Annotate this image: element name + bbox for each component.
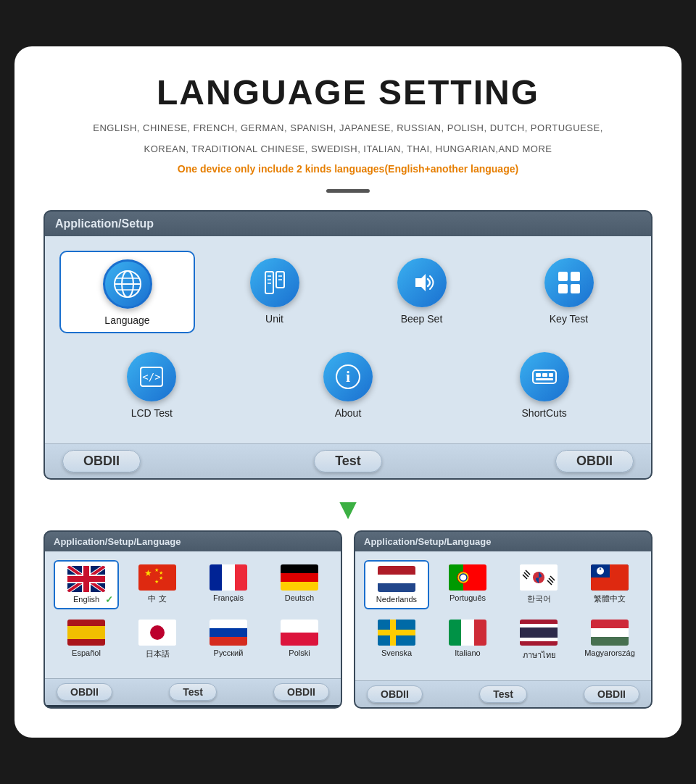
english-checkmark: ✓: [105, 594, 113, 605]
lang-polish[interactable]: Polski: [267, 615, 332, 664]
lang-chinese-name: 中 文: [148, 593, 166, 604]
shortcuts-icon-circle: [520, 352, 569, 401]
svg-rect-42: [222, 564, 235, 591]
svg-text:★: ★: [159, 570, 163, 575]
svg-rect-51: [210, 620, 247, 628]
icon-about[interactable]: i About: [256, 345, 441, 425]
icon-unit[interactable]: Unit: [207, 251, 342, 333]
flag-italian: [449, 620, 486, 646]
lang-panel-right: Application/Setup/Language Nederlands: [354, 530, 652, 709]
lang-trad-chinese-name: 繁體中文: [594, 593, 626, 604]
svg-text:★: ★: [159, 575, 163, 580]
lang-panel-right-header: Application/Setup/Language: [355, 532, 651, 551]
lang-english-name: English: [73, 595, 99, 604]
svg-text:</>: </>: [143, 371, 161, 383]
bottom-icons-grid: </> LCD Test i About: [59, 345, 637, 425]
svg-rect-85: [591, 620, 629, 628]
flag-chinese: ★ ★ ★ ★ ★: [138, 564, 176, 591]
notice-text: One device only include 2 kinds language…: [44, 163, 652, 175]
svg-rect-58: [378, 583, 415, 592]
main-screen-body: Language U: [45, 236, 651, 443]
lang-swedish[interactable]: Svenska: [364, 615, 429, 666]
footer-test-center: Test: [314, 450, 382, 472]
svg-rect-84: [520, 627, 558, 638]
icon-language-label: Language: [104, 314, 149, 326]
divider: [326, 189, 370, 193]
lang-italian[interactable]: Italiano: [435, 615, 500, 666]
icon-beep-label: Beep Set: [401, 313, 443, 325]
icon-beep[interactable]: Beep Set: [354, 251, 489, 333]
flag-korean: [520, 564, 558, 591]
icon-keytest[interactable]: Key Test: [501, 251, 637, 333]
svg-rect-86: [591, 628, 629, 637]
lang-portuguese[interactable]: Português: [435, 560, 500, 609]
icon-lcdtest[interactable]: </> LCD Test: [59, 345, 244, 425]
main-screen-header: Application/Setup: [45, 212, 651, 236]
flag-japanese: [138, 620, 176, 646]
lang-right-footer-obdii-right: OBDII: [584, 685, 639, 703]
icon-shortcuts[interactable]: ShortCuts: [452, 345, 637, 425]
lang-panels-row: Application/Setup/Language: [44, 530, 652, 709]
svg-rect-53: [210, 637, 247, 646]
lang-german[interactable]: Deutsch: [267, 560, 332, 609]
svg-rect-24: [549, 373, 553, 377]
svg-rect-14: [571, 272, 580, 281]
flag-german: [281, 564, 318, 591]
svg-rect-25: [536, 378, 553, 380]
lang-panel-right-body: Nederlands Português: [355, 551, 651, 680]
icon-language[interactable]: Language: [59, 251, 195, 333]
subtitle-line1: ENGLISH, CHINESE, FRENCH, GERMAN, SPANIS…: [44, 121, 652, 136]
lang-hungarian[interactable]: Magyarország: [577, 615, 642, 666]
lang-swedish-name: Svenska: [381, 649, 412, 657]
flag-spanish: [67, 620, 105, 646]
lang-panel-right-footer: OBDII Test OBDII: [355, 680, 651, 707]
svg-rect-23: [542, 373, 547, 377]
main-screen-footer: OBDII Test OBDII: [45, 443, 651, 478]
flag-trad-chinese: [591, 564, 629, 591]
svg-rect-46: [281, 582, 318, 591]
svg-rect-45: [281, 573, 318, 582]
subtitle-line2: KOREAN, TRADITIONAL CHINESE, SWEDISH, IT…: [44, 142, 652, 157]
lang-panel-left-header: Application/Setup/Language: [45, 532, 341, 551]
page-title: LANGUAGE SETTING: [44, 72, 652, 112]
arrow-down: ▼: [44, 494, 652, 523]
svg-rect-16: [571, 284, 580, 293]
unit-icon-circle: [250, 258, 299, 307]
svg-rect-79: [461, 620, 474, 646]
lang-chinese[interactable]: ★ ★ ★ ★ ★ 中 文: [125, 560, 190, 609]
lang-english[interactable]: English ✓: [54, 560, 119, 609]
lang-portuguese-name: Português: [450, 593, 486, 602]
lang-spanish[interactable]: Español: [54, 615, 119, 664]
svg-rect-77: [378, 630, 415, 635]
lang-french[interactable]: Français: [196, 560, 261, 609]
lang-trad-chinese[interactable]: 繁體中文: [577, 560, 642, 609]
svg-rect-43: [235, 564, 247, 591]
icon-unit-label: Unit: [265, 313, 283, 325]
svg-rect-15: [558, 284, 568, 293]
lang-hungarian-name: Magyarország: [584, 649, 635, 657]
about-icon-circle: i: [323, 352, 373, 401]
lang-french-name: Français: [213, 593, 244, 602]
lang-panel-left-body: English ✓ ★ ★ ★ ★ ★: [45, 551, 341, 678]
keytest-icon-circle: [544, 258, 594, 307]
icon-lcdtest-label: LCD Test: [131, 407, 173, 419]
flag-polish: [281, 620, 318, 646]
lang-dutch[interactable]: Nederlands: [364, 560, 429, 609]
lang-german-name: Deutsch: [285, 593, 314, 602]
lang-grid-left: English ✓ ★ ★ ★ ★ ★: [54, 560, 332, 664]
svg-point-50: [150, 625, 165, 640]
lang-grid-right: Nederlands Português: [364, 560, 642, 666]
lang-korean[interactable]: 한국어: [506, 560, 571, 609]
lang-panel-left-footer: OBDII Test OBDII: [45, 678, 341, 705]
lang-right-footer-test: Test: [479, 685, 527, 703]
flag-hungarian: [591, 620, 629, 646]
svg-rect-13: [558, 272, 568, 281]
lang-thai[interactable]: ภาษาไทย: [506, 615, 571, 666]
lcdtest-icon-circle: </>: [127, 352, 176, 401]
lang-russian[interactable]: Русский: [196, 615, 261, 664]
svg-rect-48: [67, 626, 105, 639]
svg-rect-80: [474, 620, 486, 646]
svg-rect-5: [265, 272, 273, 293]
lang-japanese[interactable]: 日本語: [125, 615, 190, 664]
language-icon-circle: [103, 259, 152, 309]
